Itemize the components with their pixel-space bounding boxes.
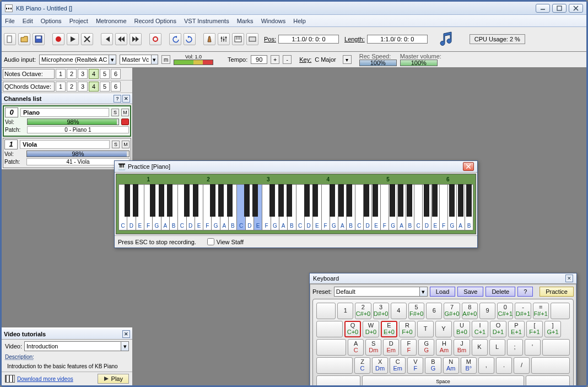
- black-key[interactable]: [432, 184, 438, 217]
- key-j[interactable]: JBm: [454, 339, 470, 356]
- key-s[interactable]: SDm: [365, 339, 381, 356]
- key-k[interactable]: K: [472, 339, 488, 356]
- key-3[interactable]: 3D#+0: [373, 303, 389, 319]
- key-g[interactable]: GG: [418, 339, 434, 356]
- white-key[interactable]: C: [355, 184, 363, 230]
- audio-input-select[interactable]: ▾: [39, 55, 116, 64]
- white-key[interactable]: C: [296, 184, 304, 230]
- vol-meter[interactable]: [174, 60, 213, 65]
- tempo-input[interactable]: [251, 55, 267, 64]
- master-volume-bar[interactable]: 100%: [400, 60, 438, 66]
- key-blank[interactable]: [316, 375, 360, 385]
- key-space[interactable]: Space: [362, 375, 524, 385]
- key-c[interactable]: CEm: [390, 357, 406, 374]
- pos-value[interactable]: 1:1.0/ 0: 0: 0: [278, 35, 339, 44]
- key-blank[interactable]: [531, 357, 570, 374]
- load-button[interactable]: Load: [430, 287, 455, 297]
- black-key[interactable]: [364, 184, 369, 217]
- save-button[interactable]: [33, 33, 45, 45]
- metronome-button[interactable]: [203, 33, 215, 45]
- key-t[interactable]: T: [417, 321, 434, 337]
- key-a[interactable]: AC: [348, 339, 364, 356]
- solo-button[interactable]: S: [112, 141, 120, 148]
- key-n[interactable]: NAm: [443, 357, 459, 374]
- black-key[interactable]: [167, 184, 172, 217]
- open-file-button[interactable]: [18, 33, 30, 45]
- key-/[interactable]: /: [514, 357, 530, 374]
- keyboard-close-button[interactable]: ✕: [565, 275, 573, 282]
- key-4[interactable]: 4: [391, 303, 407, 319]
- key-r[interactable]: RF+0: [399, 321, 416, 337]
- key-8[interactable]: 8A#+0: [462, 303, 478, 319]
- notes-oct-3[interactable]: 3: [78, 69, 88, 79]
- qchords-oct-2[interactable]: 2: [67, 82, 77, 92]
- black-key[interactable]: [252, 184, 258, 217]
- key-blank[interactable]: [542, 339, 570, 356]
- piano-view-button[interactable]: [232, 33, 244, 45]
- length-value[interactable]: 1:1.0/ 0: 0: 0: [367, 35, 428, 44]
- help-button[interactable]: ?: [517, 287, 533, 297]
- key-'[interactable]: ': [525, 339, 541, 356]
- video-close-button[interactable]: ✕: [122, 330, 130, 338]
- key-v[interactable]: VF: [407, 357, 423, 374]
- black-key[interactable]: [125, 184, 130, 217]
- channels-close-button[interactable]: ✕: [122, 95, 130, 103]
- black-key[interactable]: [278, 184, 284, 217]
- key-[[interactable]: [F+1: [526, 321, 543, 337]
- black-key[interactable]: [330, 184, 335, 217]
- qchords-oct-6[interactable]: 6: [111, 82, 121, 92]
- black-key[interactable]: [287, 184, 292, 217]
- notes-oct-6[interactable]: 6: [111, 69, 121, 79]
- black-key[interactable]: [338, 184, 344, 217]
- black-key[interactable]: [347, 184, 352, 217]
- channel-vol-bar[interactable]: 98%: [26, 150, 130, 157]
- play-video-button[interactable]: Play: [98, 374, 129, 384]
- black-key[interactable]: [227, 184, 233, 217]
- key-i[interactable]: IC+1: [472, 321, 488, 337]
- black-key[interactable]: [390, 184, 395, 217]
- key-h[interactable]: HAm: [436, 339, 452, 356]
- delete-button[interactable]: Delete: [485, 287, 515, 297]
- piano-keyboard[interactable]: CDEFGABCDEFGABCDEFGABCDEFGABCDEFGABCDEFG…: [116, 174, 476, 234]
- menu-record-options[interactable]: Record Options: [134, 18, 176, 24]
- key-y[interactable]: Y: [435, 321, 452, 337]
- qchords-oct-1[interactable]: 1: [56, 82, 66, 92]
- channel-1[interactable]: 1ViolaSM Vol:98% Patch:41 - Viola: [3, 138, 131, 168]
- rewind-button[interactable]: [115, 33, 127, 45]
- practice-button[interactable]: Practice: [540, 287, 574, 297]
- video-select[interactable]: ▾: [24, 341, 129, 351]
- notes-oct-5[interactable]: 5: [100, 69, 110, 79]
- key-x[interactable]: XDm: [372, 357, 388, 374]
- qchords-oct-4[interactable]: 4: [89, 82, 99, 92]
- m-button[interactable]: m: [161, 55, 170, 64]
- key-6[interactable]: 6: [426, 303, 442, 319]
- black-key[interactable]: [184, 184, 190, 217]
- solo-button[interactable]: S: [111, 109, 119, 116]
- channel-vol-bar[interactable]: 98%: [27, 119, 119, 125]
- play-button[interactable]: [67, 33, 79, 45]
- key-o[interactable]: OD+1: [490, 321, 506, 337]
- white-key[interactable]: F: [262, 184, 270, 230]
- mute-button[interactable]: M: [122, 141, 130, 148]
- rec-speed-bar[interactable]: 100%: [359, 60, 397, 66]
- view-staff-checkbox[interactable]: View Staff: [207, 238, 244, 245]
- key-z[interactable]: ZC: [354, 357, 370, 374]
- black-key[interactable]: [244, 184, 250, 217]
- channel-0[interactable]: 0PianoSM Vol:98% Patch:0 - Piano 1: [3, 105, 131, 137]
- close-button[interactable]: [569, 4, 583, 13]
- notes-oct-1[interactable]: 1: [56, 69, 66, 79]
- key-f[interactable]: FF: [401, 339, 417, 356]
- key-dropdown[interactable]: ▾: [343, 55, 352, 64]
- key-e[interactable]: EE+0: [381, 321, 397, 337]
- key-blank[interactable]: [316, 321, 343, 337]
- notes-oct-2[interactable]: 2: [67, 69, 77, 79]
- stop-button[interactable]: [81, 33, 93, 45]
- redo-button[interactable]: [184, 33, 196, 45]
- black-key[interactable]: [159, 184, 164, 217]
- black-key[interactable]: [424, 184, 429, 217]
- notes-oct-4[interactable]: 4: [89, 69, 99, 79]
- qchords-oct-5[interactable]: 5: [100, 82, 110, 92]
- key-7[interactable]: 7G#+0: [444, 303, 460, 319]
- white-key[interactable]: C: [414, 184, 422, 230]
- minimize-button[interactable]: [536, 4, 550, 13]
